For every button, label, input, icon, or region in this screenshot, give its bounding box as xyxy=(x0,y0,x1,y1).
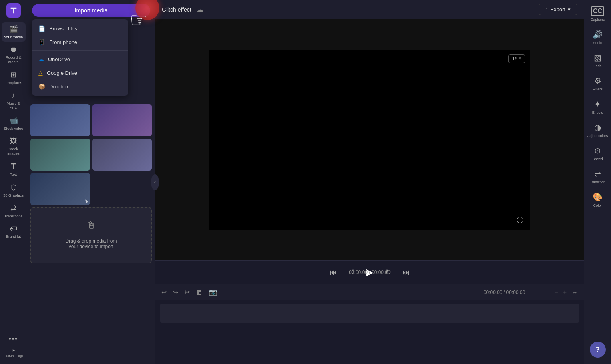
browse-files-item[interactable]: 📄 Browse files xyxy=(32,22,128,35)
preview-area: 16:9 ⛶ xyxy=(155,19,584,260)
sidebar-item-text[interactable]: T Text xyxy=(2,159,26,179)
right-panel-fade[interactable]: ▧ Fade xyxy=(586,50,610,71)
right-panel-filters[interactable]: ⚙ Filters xyxy=(586,73,610,95)
effects-icon: ✦ xyxy=(594,99,601,109)
feature-flags-icon: ⚑ xyxy=(12,349,15,353)
export-button[interactable]: ↑ Export ▾ xyxy=(539,4,577,15)
zoom-out-button[interactable]: − xyxy=(553,288,559,297)
text-icon: T xyxy=(11,162,16,171)
fade-icon: ▧ xyxy=(594,53,601,62)
sidebar-item-more[interactable]: ••• xyxy=(2,333,26,345)
right-panel-captions[interactable]: CC Captions xyxy=(586,3,610,25)
onedrive-item[interactable]: ☁ OneDrive xyxy=(32,52,128,66)
zoom-in-button[interactable]: + xyxy=(562,288,568,297)
playback-controls: ⏮ ↺ ▶ ↻ ⏭ 00:00.00 / 00:00.00 xyxy=(155,260,584,284)
onedrive-icon: ☁ xyxy=(38,56,44,62)
from-phone-item[interactable]: 📱 From phone xyxy=(32,35,128,49)
timeline-track-inner xyxy=(160,304,579,323)
audio-icon: 🔊 xyxy=(593,30,603,39)
skip-forward-button[interactable]: ⏭ xyxy=(401,267,411,278)
sidebar-item-stock-images[interactable]: 🖼 Stock images xyxy=(2,135,26,158)
filters-label: Filters xyxy=(593,87,603,91)
timeline-area: ↩ ↪ ✂ 🗑 📷 00:00.00 / 00:00.00 − + ↔ xyxy=(155,284,584,364)
panel-collapse-button[interactable]: ‹ xyxy=(151,174,159,190)
media-grid: 🖱 🖱 Drag & drop media from your device t… xyxy=(27,101,155,364)
audio-label: Audio xyxy=(593,41,602,45)
right-panel-audio[interactable]: 🔊 Audio xyxy=(586,26,610,48)
filters-icon: ⚙ xyxy=(594,76,601,86)
sidebar-item-record-create[interactable]: ⏺ Record & create xyxy=(2,43,26,66)
skip-back-button[interactable]: ⏮ xyxy=(328,267,339,278)
more-dots-icon: ••• xyxy=(9,335,18,342)
preview-canvas: 16:9 ⛶ xyxy=(209,50,530,230)
top-toolbar: Glitch effect ☁ ↑ Export ▾ xyxy=(155,0,584,19)
media-thumb-1[interactable] xyxy=(30,104,90,136)
your-media-icon: 🎬 xyxy=(9,25,18,34)
right-panel-speed[interactable]: ⊙ Speed xyxy=(586,143,610,164)
speed-label: Speed xyxy=(592,157,603,161)
app-logo xyxy=(6,3,21,18)
sidebar-item-graphics[interactable]: ⬡ 38 Graphics xyxy=(2,181,26,200)
templates-icon: ⊞ xyxy=(10,70,16,79)
dropbox-item[interactable]: 📦 Dropbox xyxy=(32,80,128,93)
speed-icon: ⊙ xyxy=(594,146,601,155)
export-chevron-icon: ▾ xyxy=(568,6,571,12)
graphics-icon: ⬡ xyxy=(10,183,17,192)
media-thumb-2[interactable] xyxy=(92,104,152,136)
cut-button[interactable]: ✂ xyxy=(183,287,191,297)
right-panel-effects[interactable]: ✦ Effects xyxy=(586,96,610,118)
media-thumb-5[interactable]: 🖱 xyxy=(30,173,90,205)
right-panel-color[interactable]: 🎨 Color xyxy=(586,189,610,211)
sidebar-more: ••• ⚑ Feature Flags xyxy=(2,332,26,361)
dropbox-icon: 📦 xyxy=(38,83,45,90)
redo-button[interactable]: ↪ xyxy=(172,287,179,297)
media-thumb-4[interactable] xyxy=(92,139,152,171)
sidebar-item-transitions[interactable]: ⇄ Transitions xyxy=(2,201,26,221)
color-label: Color xyxy=(593,203,602,207)
timeline-track[interactable] xyxy=(155,300,584,364)
stock-video-icon: 📹 xyxy=(9,116,18,125)
music-icon: ♪ xyxy=(12,91,15,100)
sidebar-item-brand-kit[interactable]: 🏷 Brand kit xyxy=(2,222,26,241)
adjust-colors-icon: ◑ xyxy=(594,123,601,132)
drag-drop-icon: 🖱 xyxy=(86,219,97,232)
sidebar-item-stock-video[interactable]: 📹 Stock video xyxy=(2,114,26,133)
captions-label: Captions xyxy=(591,18,605,22)
transitions-icon: ⇄ xyxy=(10,204,16,213)
from-phone-icon: 📱 xyxy=(38,39,45,45)
left-sidebar: 🎬 Your media ⏺ Record & create ⊞ Templat… xyxy=(0,0,27,364)
adjust-colors-label: Adjust colors xyxy=(587,134,608,138)
export-arrow-icon: ↑ xyxy=(545,6,548,12)
import-area: Import media 📄 Browse files 📱 From phone… xyxy=(27,0,155,21)
delete-button[interactable]: 🗑 xyxy=(195,288,204,297)
fade-label: Fade xyxy=(593,64,602,68)
help-button[interactable]: ? xyxy=(590,342,606,358)
fullscreen-button[interactable]: ⛶ xyxy=(515,215,525,225)
sidebar-item-templates[interactable]: ⊞ Templates xyxy=(2,68,26,87)
sidebar-item-feature-flags[interactable]: ⚑ Feature Flags xyxy=(2,346,26,360)
google-drive-item[interactable]: △ Google Drive xyxy=(32,66,128,80)
transition-label: Transition xyxy=(590,180,605,184)
browse-files-icon: 📄 xyxy=(38,25,45,32)
media-thumb-3[interactable] xyxy=(30,139,90,171)
snapshot-button[interactable]: 📷 xyxy=(208,287,218,297)
drag-drop-area[interactable]: 🖱 Drag & drop media from your device to … xyxy=(30,207,152,263)
sidebar-item-music-sfx[interactable]: ♪ Music & SFX xyxy=(2,89,26,112)
stock-images-icon: 🖼 xyxy=(10,137,17,145)
google-drive-icon: △ xyxy=(38,70,43,76)
transition-icon: ⇌ xyxy=(594,169,601,179)
time-display: 00:00.00 / 00:00.00 xyxy=(349,269,390,275)
effect-label: Glitch effect xyxy=(162,6,191,13)
media-panel: Import media 📄 Browse files 📱 From phone… xyxy=(27,0,155,364)
aspect-ratio-badge[interactable]: 16:9 xyxy=(508,54,525,63)
right-panel-adjust-colors[interactable]: ◑ Adjust colors xyxy=(586,119,610,141)
fit-timeline-button[interactable]: ↔ xyxy=(570,288,579,297)
sidebar-item-your-media[interactable]: 🎬 Your media xyxy=(2,22,26,42)
drag-drop-text: Drag & drop media from your device to im… xyxy=(62,235,120,253)
undo-button[interactable]: ↩ xyxy=(160,287,168,297)
import-media-button[interactable]: Import media xyxy=(32,4,150,17)
color-icon: 🎨 xyxy=(593,192,603,202)
zoom-controls: − + ↔ xyxy=(553,288,579,297)
timeline-time: 00:00.00 / 00:00.00 xyxy=(484,290,525,295)
right-panel-transition[interactable]: ⇌ Transition xyxy=(586,166,610,187)
